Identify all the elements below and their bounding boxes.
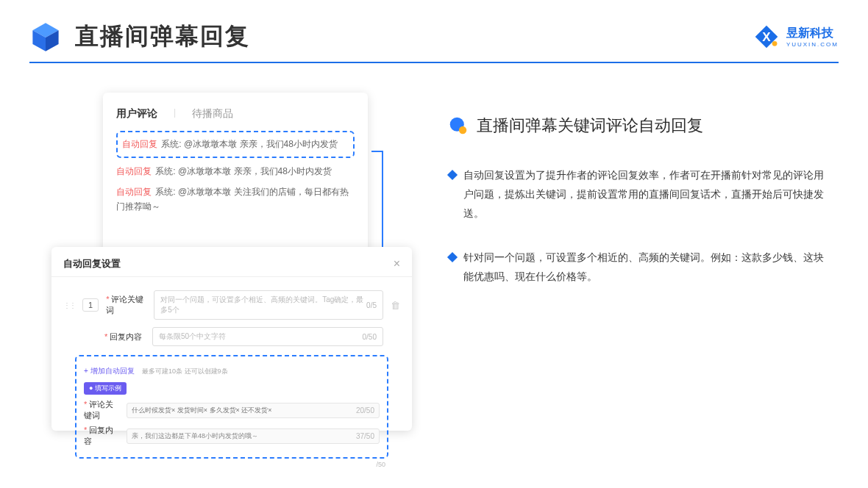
reply-counter: 0/50 [363, 333, 377, 341]
highlighted-comment: 自动回复 系统: @冰墩墩本墩 亲亲，我们48小时内发货 [116, 131, 355, 158]
example-badge: ● 填写示例 [84, 382, 127, 395]
example-box: + 增加自动回复 最多可建10条 还可以创建9条 ● 填写示例 *评论关键词 什… [75, 355, 388, 459]
brand-logo-icon: X [754, 24, 779, 49]
auto-reply-tag: 自动回复 [116, 166, 152, 176]
left-column: 用户评论 | 待播商品 自动回复 系统: @冰墩墩本墩 亲亲，我们48小时内发货… [0, 93, 412, 311]
tab-pending-products[interactable]: 待播商品 [192, 107, 233, 121]
index-box: 1 [82, 298, 99, 312]
ex-keyword-label: 评论关键词 [84, 400, 113, 420]
settings-panel: 自动回复设置 × ⋮⋮ 1 *评论关键词 对同一个问题，可设置多个相近、高频的关… [51, 247, 412, 431]
keyword-label: 评论关键词 [106, 295, 143, 315]
right-column: 直播间弹幕关键词评论自动回复 自动回复设置为了提升作者的评论回复效率，作者可在开… [412, 93, 868, 311]
ex-reply-counter: 37/50 [356, 432, 374, 440]
header: 直播间弹幕回复 X 昱新科技 YUUXIN.COM [0, 0, 868, 62]
ex-reply-value: 亲，我们这边都是下单48小时内发货的哦～ [132, 431, 258, 441]
add-auto-reply-link[interactable]: + 增加自动回复 [84, 367, 135, 375]
svg-text:X: X [762, 30, 771, 44]
add-note: 最多可建10条 还可以创建9条 [142, 367, 228, 375]
bullet-1: 自动回复设置为了提升作者的评论回复效率，作者可在开播前针对常见的评论用户问题，提… [449, 166, 824, 223]
keyword-input[interactable]: 对同一个问题，可设置多个相近、高频的关键词。Tag确定，最多5个 0/5 [154, 290, 383, 320]
keyword-row: ⋮⋮ 1 *评论关键词 对同一个问题，可设置多个相近、高频的关键词。Tag确定，… [63, 290, 400, 320]
brand-block: X 昱新科技 YUUXIN.COM [754, 24, 839, 49]
cube-icon [29, 21, 62, 53]
diamond-icon [447, 252, 458, 262]
tabs: 用户评论 | 待播商品 [116, 107, 355, 121]
header-left: 直播间弹幕回复 [29, 21, 250, 53]
auto-reply-tag: 自动回复 [116, 187, 152, 197]
section-title: 直播间弹幕关键词评论自动回复 [477, 115, 703, 137]
comment-text: 系统: @冰墩墩本墩 亲亲，我们48小时内发货 [155, 166, 332, 176]
bullet-1-text: 自动回复设置为了提升作者的评论回复效率，作者可在开播前针对常见的评论用户问题，提… [463, 166, 824, 223]
ex-tags: 什么时候发货× 发货时间× 多久发货× 还不发货× [132, 406, 272, 414]
keyword-placeholder: 对同一个问题，可设置多个相近、高频的关键词。Tag确定，最多5个 [160, 295, 366, 315]
bullet-2: 针对同一个问题，可设置多个相近的、高频的关键词。例如：这款多少钱、这块能优惠吗、… [449, 248, 824, 287]
drag-handle-icon[interactable]: ⋮⋮ [63, 301, 75, 309]
svg-point-7 [459, 126, 466, 134]
trash-icon[interactable]: 🗑 [391, 300, 400, 311]
reply-row: *回复内容 每条限50个中文字符 0/50 [63, 327, 400, 346]
reply-placeholder: 每条限50个中文字符 [159, 331, 226, 342]
page-title: 直播间弹幕回复 [75, 21, 250, 53]
svg-point-5 [772, 41, 778, 46]
reply-input[interactable]: 每条限50个中文字符 0/50 [152, 327, 383, 346]
bullet-2-text: 针对同一个问题，可设置多个相近的、高频的关键词。例如：这款多少钱、这块能优惠吗、… [463, 248, 824, 287]
chat-bubble-icon [449, 116, 468, 135]
close-icon[interactable]: × [394, 257, 400, 270]
auto-reply-tag: 自动回复 [122, 139, 157, 149]
keyword-counter: 0/5 [366, 301, 377, 309]
reply-label: 回复内容 [110, 332, 142, 341]
diamond-icon [447, 170, 458, 180]
ex-keyword-input[interactable]: 什么时候发货× 发货时间× 多久发货× 还不发货× 20/50 [127, 403, 380, 418]
comment-text: 系统: @冰墩墩本墩 亲亲，我们48小时内发货 [161, 139, 338, 149]
section-head: 直播间弹幕关键词评论自动回复 [449, 115, 824, 137]
ex-reply-label: 回复内容 [84, 426, 113, 445]
brand-name: 昱新科技 [786, 26, 839, 41]
tab-user-comments[interactable]: 用户评论 [116, 107, 157, 121]
side-counter: /50 [63, 459, 400, 468]
content: 用户评论 | 待播商品 自动回复 系统: @冰墩墩本墩 亲亲，我们48小时内发货… [0, 63, 868, 311]
ex-reply-input[interactable]: 亲，我们这边都是下单48小时内发货的哦～ 37/50 [127, 428, 380, 444]
brand-url: YUUXIN.COM [786, 41, 839, 48]
tab-separator: | [174, 107, 176, 121]
settings-title: 自动回复设置 [63, 257, 121, 270]
ex-kw-counter: 20/50 [356, 406, 374, 415]
comments-panel: 用户评论 | 待播商品 自动回复 系统: @冰墩墩本墩 亲亲，我们48小时内发货… [103, 93, 368, 254]
